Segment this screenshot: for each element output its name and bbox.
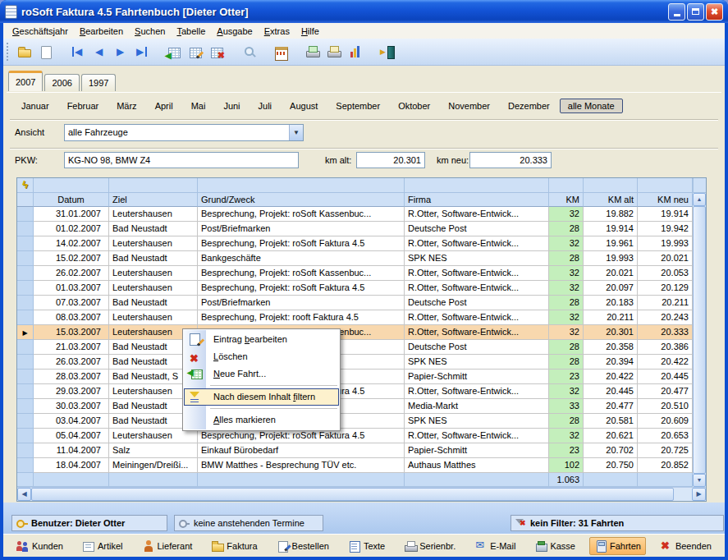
- tab-2006[interactable]: 2006: [44, 74, 79, 91]
- table-row[interactable]: 30.03.2007Bad NeustadtMedia-Markt3320.47…: [17, 399, 693, 414]
- vertical-scroll-thumb[interactable]: [693, 206, 706, 474]
- cell-ziel[interactable]: Bad Neustadt: [109, 296, 198, 310]
- cell-km_neu[interactable]: 20.211: [638, 296, 693, 310]
- cell-km[interactable]: 32: [549, 384, 584, 399]
- cell-km[interactable]: 32: [549, 429, 584, 443]
- print-button[interactable]: [302, 42, 323, 62]
- cell-km_neu[interactable]: 20.852: [638, 458, 693, 473]
- filter-cell-firma[interactable]: [405, 178, 549, 193]
- menu-suchen[interactable]: Suchen: [129, 24, 171, 39]
- bottom-fahrten[interactable]: Fahrten: [589, 537, 646, 555]
- cell-km_neu[interactable]: 20.609: [638, 414, 693, 429]
- scroll-down-icon[interactable]: ▼: [693, 474, 706, 487]
- cell-km_alt[interactable]: 20.621: [584, 429, 638, 443]
- cell-km_alt[interactable]: 19.914: [584, 222, 638, 236]
- cell-km_neu[interactable]: 20.510: [638, 399, 693, 414]
- month-september[interactable]: September: [327, 99, 388, 113]
- table-row[interactable]: 14.02.2007LeutershausenBesprechung, Proj…: [17, 236, 693, 251]
- cell-km[interactable]: 33: [549, 399, 584, 414]
- cell-datum[interactable]: 15.02.2007: [34, 251, 109, 266]
- month-dezember[interactable]: Dezember: [500, 99, 558, 113]
- cell-grund[interactable]: BMW Matthes - Besprechung TÜV etc.: [198, 458, 405, 473]
- open-file-button[interactable]: [14, 42, 35, 62]
- cell-firma[interactable]: Papier-Schmitt: [405, 443, 549, 458]
- cell-firma[interactable]: R.Otter, Software-Entwick...: [405, 207, 549, 222]
- tab-2007[interactable]: 2007: [8, 71, 43, 91]
- context-l-schen[interactable]: Löschen: [184, 348, 339, 365]
- month-alle-monate[interactable]: alle Monate: [560, 99, 623, 113]
- cell-km_alt[interactable]: 20.477: [584, 399, 638, 414]
- cell-km_alt[interactable]: 20.394: [584, 355, 638, 370]
- cell-datum[interactable]: 07.03.2007: [34, 296, 109, 310]
- bottom-bestellen[interactable]: Bestellen: [272, 537, 334, 555]
- cell-km[interactable]: 28: [549, 340, 584, 355]
- cell-km[interactable]: 28: [549, 222, 584, 236]
- menu-tabelle[interactable]: Tabelle: [171, 24, 211, 39]
- row-selector-cell[interactable]: [17, 340, 34, 355]
- filter-cell-datum[interactable]: [34, 178, 109, 193]
- cell-firma[interactable]: Papier-Schmitt: [405, 370, 549, 384]
- new-record-button[interactable]: [35, 42, 57, 62]
- table-row[interactable]: 29.03.2007LeutershausenBesprechung, Proj…: [17, 384, 693, 399]
- filter-cell-ziel[interactable]: [109, 178, 198, 193]
- cell-grund[interactable]: Post/Briefmarken: [198, 296, 405, 310]
- cell-firma[interactable]: Media-Markt: [405, 399, 549, 414]
- cell-grund[interactable]: Besprechung, Projekt: rooft Faktura 4.5: [198, 310, 405, 325]
- cell-datum[interactable]: 21.03.2007: [34, 340, 109, 355]
- column-header-firma[interactable]: Firma: [405, 193, 549, 207]
- cell-km[interactable]: 28: [549, 414, 584, 429]
- statistics-button[interactable]: [345, 42, 366, 62]
- table-row[interactable]: 05.04.2007LeutershausenBesprechung, Proj…: [17, 429, 693, 443]
- context-eintrag-bearbeiten[interactable]: Eintrag bearbeiten: [184, 331, 339, 348]
- prev-record-button[interactable]: [89, 42, 110, 62]
- cell-km_alt[interactable]: 19.882: [584, 207, 638, 222]
- cell-firma[interactable]: SPK NES: [405, 251, 549, 266]
- km-alt-input[interactable]: [356, 152, 425, 168]
- month-august[interactable]: August: [282, 99, 326, 113]
- cell-km_neu[interactable]: 19.942: [638, 222, 693, 236]
- row-selector-cell[interactable]: [17, 296, 34, 310]
- menu-ausgabe[interactable]: Ausgabe: [211, 24, 258, 39]
- cell-km_alt[interactable]: 20.422: [584, 370, 638, 384]
- cell-km_alt[interactable]: 19.993: [584, 251, 638, 266]
- cell-grund[interactable]: Besprechung, Projekt: roSoft Faktura 4.5: [198, 281, 405, 296]
- cell-ziel[interactable]: Leutershausen: [109, 207, 198, 222]
- cell-datum[interactable]: 15.03.2007: [34, 325, 109, 340]
- cell-datum[interactable]: 01.03.2007: [34, 281, 109, 296]
- cell-firma[interactable]: R.Otter, Software-Entwick...: [405, 281, 549, 296]
- cell-km_alt[interactable]: 20.358: [584, 340, 638, 355]
- column-header-datum[interactable]: Datum: [34, 193, 109, 207]
- month-januar[interactable]: Januar: [13, 99, 57, 113]
- cell-ziel[interactable]: Bad Neustadt: [109, 222, 198, 236]
- cell-datum[interactable]: 31.01.2007: [34, 207, 109, 222]
- table-row[interactable]: 11.04.2007SalzEinkauf BürobedarfPapier-S…: [17, 443, 693, 458]
- cell-ziel[interactable]: Bad Neustadt: [109, 251, 198, 266]
- cell-firma[interactable]: SPK NES: [405, 355, 549, 370]
- bottom-beenden[interactable]: Beenden: [655, 537, 717, 555]
- month-oktober[interactable]: Oktober: [390, 99, 438, 113]
- bottom-texte[interactable]: Texte: [343, 537, 390, 555]
- context-neue-fahrt[interactable]: Neue Fahrt...: [184, 365, 339, 383]
- tab-1997[interactable]: 1997: [81, 74, 116, 91]
- cell-firma[interactable]: Deutsche Post: [405, 296, 549, 310]
- table-row[interactable]: ▶15.03.2007LeutershausenBesprechung, Pro…: [17, 325, 693, 340]
- filter-cell-km_alt[interactable]: [584, 178, 638, 193]
- cell-firma[interactable]: R.Otter, Software-Entwick...: [405, 429, 549, 443]
- row-selector-cell[interactable]: [17, 370, 34, 384]
- bottom-kunden[interactable]: Kunden: [11, 537, 68, 555]
- cell-datum[interactable]: 01.02.2007: [34, 222, 109, 236]
- app-icon[interactable]: [5, 5, 17, 19]
- scroll-track[interactable]: [674, 488, 692, 501]
- pkw-input[interactable]: [64, 152, 299, 168]
- cell-grund[interactable]: Einkauf Bürobedarf: [198, 443, 405, 458]
- row-selector-cell[interactable]: [17, 207, 34, 222]
- cell-km_alt[interactable]: 20.183: [584, 296, 638, 310]
- cell-firma[interactable]: SPK NES: [405, 414, 549, 429]
- bottom-lieferant[interactable]: Lieferant: [137, 537, 198, 555]
- table-row[interactable]: 15.02.2007Bad NeustadtBankgeschäfteSPK N…: [17, 251, 693, 266]
- cell-km_neu[interactable]: 20.422: [638, 355, 693, 370]
- table-row[interactable]: 18.04.2007Meiningen/Dreißi...BMW Matthes…: [17, 458, 693, 473]
- cell-datum[interactable]: 26.03.2007: [34, 355, 109, 370]
- context-alles-markieren[interactable]: Alles markieren: [184, 411, 339, 429]
- cell-ziel[interactable]: Leutershausen: [109, 281, 198, 296]
